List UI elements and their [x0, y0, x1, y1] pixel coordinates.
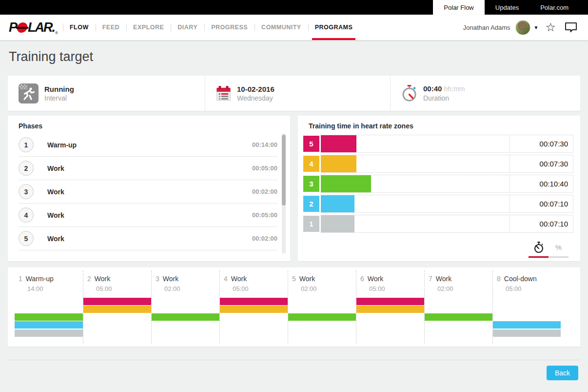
phases-title: Phases: [8, 116, 290, 130]
nav-item-label: DIARY: [177, 24, 197, 31]
site-tab[interactable]: Polar.com: [529, 0, 579, 15]
timeline-phase-name: Cool-down: [504, 275, 537, 283]
zone-bar: [321, 215, 354, 232]
phases-scrollbar-track[interactable]: [282, 133, 286, 254]
site-tab[interactable]: Polar Flow: [433, 0, 484, 15]
back-button[interactable]: Back: [547, 366, 578, 380]
zone-bar: [321, 175, 371, 192]
timeline-phase-number: 7: [429, 275, 432, 283]
toggle-percent-button[interactable]: %: [549, 242, 568, 258]
timeline-phase-header: 1Warm-up: [15, 270, 83, 283]
hr-zone-row: 1 00:07:10: [303, 215, 573, 233]
timeline-phase-header: 4Work: [220, 270, 288, 283]
avatar[interactable]: [515, 20, 530, 35]
phase-name: Warm-up: [47, 141, 77, 149]
phase-duration: 00:05:00: [252, 211, 277, 219]
zone3-band: [288, 313, 356, 321]
stopwatch-toggle-icon: [533, 242, 544, 253]
zone-time-value: 00:07:10: [510, 215, 573, 233]
timeline-phase-duration: 05:00: [83, 283, 151, 292]
zone2-band: [288, 321, 356, 329]
timeline-phase-number: 8: [497, 275, 501, 283]
chevron-down-icon[interactable]: ▼: [534, 25, 539, 30]
nav-item[interactable]: PROGRESS: [204, 15, 255, 40]
zone-bar-track: [321, 175, 510, 193]
timeline-phase-column: 7Work 02:00: [424, 270, 492, 344]
phase-row: 1 Warm-up 00:14:00: [19, 133, 277, 157]
timeline-phase-duration: 05:00: [220, 283, 288, 292]
timeline-phase-duration: 14:00: [15, 283, 83, 292]
timeline-phase-name: Work: [95, 275, 110, 283]
zone2-band: [425, 321, 492, 329]
summary-sport-section: Running Interval: [8, 76, 205, 111]
zone-time-value: 00:10:40: [510, 175, 573, 193]
percent-label: %: [555, 242, 562, 253]
zone5-band: [425, 298, 492, 305]
zone4-band: [356, 306, 424, 313]
timeline-phase-name: Warm-up: [26, 275, 54, 283]
toggle-time-button[interactable]: [529, 242, 549, 258]
polar-logo[interactable]: PLAR.®: [9, 15, 58, 40]
zone3-band: [220, 313, 288, 321]
nav-menu: FLOW FEED EXPLORE DIARY PROGRESS COMMUNI…: [63, 15, 359, 40]
timeline-phase-header: 6Work: [356, 270, 424, 283]
logo-o-mark: [17, 22, 28, 33]
nav-item[interactable]: DIARY: [171, 15, 204, 40]
nav-item[interactable]: PROGRAMS: [308, 15, 360, 40]
running-sport-icon: [19, 83, 39, 103]
zone5-band: [356, 298, 424, 305]
logo-text-left: P: [9, 20, 17, 35]
phase-duration: 00:05:00: [252, 165, 277, 172]
zone3-band: [152, 313, 219, 321]
user-name[interactable]: Jonathan Adams: [463, 24, 510, 31]
zone1-band: [493, 330, 561, 337]
hr-zone-row: 2 00:07:10: [303, 195, 573, 213]
timeline-phase-name: Work: [368, 275, 383, 283]
favorites-star-icon[interactable]: ☆: [545, 21, 556, 33]
footer-divider: [8, 360, 580, 360]
timeline-phase-number: 2: [87, 275, 91, 283]
feedback-chat-icon[interactable]: [565, 22, 577, 33]
zone2-band: [15, 321, 83, 329]
phase-row: 3 Work 00:02:00: [19, 180, 277, 204]
phase-duration: 00:02:00: [252, 188, 277, 195]
timeline-phase-duration: 02:00: [152, 283, 219, 292]
zone5-band: [15, 298, 83, 305]
nav-item[interactable]: FLOW: [63, 15, 96, 40]
zone1-band: [220, 330, 288, 337]
hr-zone-row: 5 00:07:30: [303, 135, 573, 153]
phase-number-badge: 3: [19, 184, 34, 199]
main-navbar: PLAR.® FLOW FEED EXPLORE DIARY PROGRESS: [0, 15, 588, 40]
zone-number-badge: 1: [303, 216, 319, 232]
timeline-phase-number: 6: [360, 275, 364, 283]
zone3-band: [425, 313, 492, 321]
target-summary-card: Running Interval 10-02-2016 Wednesday: [8, 76, 580, 111]
zone4-band: [493, 306, 561, 313]
zone-number-badge: 5: [303, 136, 319, 152]
nav-item-label: EXPLORE: [133, 24, 164, 31]
timeline-phase-column: 2Work 05:00: [83, 270, 151, 344]
zone4-band: [220, 306, 288, 313]
nav-item[interactable]: FEED: [96, 15, 126, 40]
zone2-band: [493, 321, 561, 329]
phase-name: Work: [47, 165, 64, 172]
target-type: Interval: [44, 94, 74, 103]
nav-item[interactable]: COMMUNITY: [255, 15, 308, 40]
zone2-band: [356, 321, 424, 329]
phases-scrollbar-thumb[interactable]: [282, 135, 286, 206]
timeline-phase-name: Work: [231, 275, 247, 283]
nav-item-label: FLOW: [70, 24, 89, 31]
phase-row: 4 Work 00:05:00: [19, 204, 277, 227]
phase-number-badge: 1: [19, 137, 34, 152]
zone1-band: [15, 330, 83, 337]
zone5-band: [288, 298, 356, 305]
site-tab[interactable]: Updates: [485, 0, 529, 15]
timeline-phase-duration: 02:00: [288, 283, 356, 292]
target-weekday: Wednesday: [237, 94, 274, 103]
timeline-phase-column: 3Work 02:00: [151, 270, 219, 344]
zone-number-badge: 3: [303, 176, 319, 192]
timeline-phase-column: 6Work 05:00: [356, 270, 424, 344]
zone-time-value: 00:07:30: [510, 155, 573, 173]
timeline-phase-name: Work: [436, 275, 451, 283]
nav-item[interactable]: EXPLORE: [126, 15, 171, 40]
